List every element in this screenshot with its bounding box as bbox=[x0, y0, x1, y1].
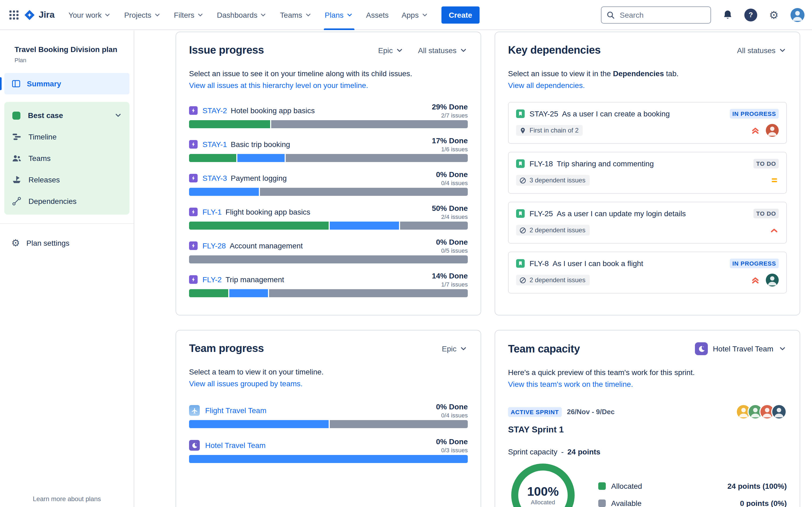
story-icon bbox=[516, 259, 525, 268]
team-name-link[interactable]: Flight Travel Team bbox=[205, 406, 266, 415]
sidebar-item-summary[interactable]: Summary bbox=[4, 73, 130, 95]
nav-item-apps[interactable]: Apps bbox=[395, 0, 435, 30]
notifications-button[interactable] bbox=[719, 6, 736, 23]
issue-summary: Flight booking app basics bbox=[225, 208, 310, 216]
issue-key[interactable]: STAY-25 bbox=[529, 109, 558, 118]
issue-row[interactable]: FLY-2 Trip management 14% Done 1/7 issue… bbox=[189, 271, 468, 297]
view-teams-link[interactable]: View all issues grouped by teams. bbox=[189, 378, 468, 389]
scenario-label: Best case bbox=[28, 111, 63, 120]
issue-row[interactable]: STAY-1 Basic trip booking 17% Done 1/6 i… bbox=[189, 136, 468, 162]
issue-row[interactable]: FLY-28 Account management 0% Done 0/5 is… bbox=[189, 237, 468, 264]
team-row[interactable]: Flight Travel Team 0% Done 0/4 issues bbox=[189, 402, 468, 428]
issue-progress-stats: 50% Done 2/4 issues bbox=[426, 204, 468, 220]
blocked-icon bbox=[519, 177, 526, 184]
progress-segment-done bbox=[189, 154, 236, 162]
nav-item-projects[interactable]: Projects bbox=[118, 0, 167, 30]
issue-key[interactable]: FLY-18 bbox=[529, 159, 553, 168]
issue-key-link[interactable]: STAY-1 bbox=[202, 140, 227, 149]
sidebar-item-plan-settings[interactable]: ⚙ Plan settings bbox=[4, 232, 130, 254]
dependency-card[interactable]: FLY-25 As a user I can update my login d… bbox=[508, 202, 787, 243]
nav-item-teams[interactable]: Teams bbox=[273, 0, 318, 30]
jira-logo[interactable]: Jira bbox=[23, 9, 54, 21]
description-text: tab. bbox=[664, 69, 679, 78]
epic-icon bbox=[189, 140, 198, 149]
view-all-dependencies-link[interactable]: View all dependencies. bbox=[508, 80, 787, 91]
assignee-avatar bbox=[766, 124, 779, 137]
nav-item-your-work[interactable]: Your work bbox=[62, 0, 118, 30]
view-team-work-link[interactable]: View this team's work on the timeline. bbox=[508, 379, 787, 390]
chevron-down-icon bbox=[154, 11, 161, 18]
story-icon bbox=[516, 109, 525, 118]
issue-key-link[interactable]: FLY-2 bbox=[202, 275, 222, 284]
issue-key[interactable]: FLY-8 bbox=[529, 259, 549, 268]
hierarchy-filter-dropdown[interactable]: Epic bbox=[378, 46, 404, 54]
dependencies-icon bbox=[11, 196, 22, 207]
issue-key-link[interactable]: STAY-2 bbox=[202, 106, 227, 115]
epic-icon bbox=[189, 208, 198, 216]
search-field[interactable] bbox=[601, 6, 711, 23]
issue-row[interactable]: STAY-3 Payment logging 0% Done 0/4 issue… bbox=[189, 170, 468, 196]
done-percentage: 29% Done bbox=[432, 102, 468, 111]
help-button[interactable]: ? bbox=[744, 8, 757, 21]
status-badge: IN PROGRESS bbox=[729, 259, 779, 268]
capacity-legend: Allocated 24 points (100%) Available 0 p… bbox=[598, 482, 787, 507]
capacity-chart-area: 100% Allocated Allocated 24 points (100%… bbox=[508, 463, 787, 507]
search-input[interactable] bbox=[619, 10, 706, 19]
issue-key[interactable]: FLY-25 bbox=[529, 209, 553, 218]
app-switcher-button[interactable] bbox=[5, 6, 22, 23]
avatar-silhouette-icon bbox=[772, 405, 786, 418]
issue-summary: Trip management bbox=[225, 275, 284, 284]
nav-item-dashboards[interactable]: Dashboards bbox=[210, 0, 273, 30]
sidebar-item-dependencies[interactable]: Dependencies bbox=[4, 190, 130, 212]
sidebar-item-teams[interactable]: Teams bbox=[4, 148, 130, 169]
dependency-card[interactable]: STAY-25 As a user I can create a booking… bbox=[508, 102, 787, 144]
nav-item-filters[interactable]: Filters bbox=[167, 0, 210, 30]
flight-team-icon bbox=[189, 405, 200, 416]
timeline-icon bbox=[11, 131, 22, 142]
donut-percentage: 100% bbox=[527, 485, 559, 498]
nav-item-assets[interactable]: Assets bbox=[360, 0, 395, 30]
issue-key-link[interactable]: FLY-28 bbox=[202, 241, 226, 250]
done-percentage: 17% Done bbox=[432, 136, 468, 145]
nav-item-plans[interactable]: Plans bbox=[318, 0, 360, 30]
progress-segment-todo bbox=[189, 256, 468, 264]
legend-value: 24 points (100%) bbox=[727, 482, 787, 490]
user-avatar[interactable] bbox=[791, 8, 805, 22]
story-icon bbox=[516, 159, 525, 168]
team-progress-stats: 0% Done 0/4 issues bbox=[431, 402, 468, 419]
dependency-card[interactable]: FLY-8 As I user I can book a flight IN P… bbox=[508, 251, 787, 293]
assignee-avatar bbox=[766, 274, 779, 286]
hierarchy-filter-dropdown[interactable]: Epic bbox=[442, 344, 468, 353]
create-button[interactable]: Create bbox=[441, 6, 479, 23]
issue-row[interactable]: FLY-1 Flight booking app basics 50% Done… bbox=[189, 203, 468, 230]
issue-count: 1/7 issues bbox=[432, 280, 468, 288]
view-all-issues-link[interactable]: View all issues at this hierarchy level … bbox=[189, 80, 468, 91]
card-title: Team capacity bbox=[508, 343, 580, 355]
status-filter-dropdown[interactable]: All statuses bbox=[737, 46, 787, 54]
nav-label: Dashboards bbox=[217, 10, 257, 19]
sprint-name: STAY Sprint 1 bbox=[508, 425, 787, 435]
sprint-dates: 26/Nov - 9/Dec bbox=[567, 408, 615, 416]
done-percentage: 0% Done bbox=[436, 170, 468, 179]
issue-key-link[interactable]: FLY-1 bbox=[202, 208, 222, 216]
team-progress-stats: 0% Done 0/3 issues bbox=[431, 437, 468, 454]
nav-label: Teams bbox=[280, 10, 302, 19]
sidebar-item-timeline[interactable]: Timeline bbox=[4, 126, 130, 148]
primary-nav: Your work Projects Filters Dashboards Te… bbox=[62, 0, 435, 30]
sidebar-item-releases[interactable]: Releases bbox=[4, 169, 130, 190]
team-row[interactable]: Hotel Travel Team 0% Done 0/3 issues bbox=[189, 437, 468, 463]
chevron-down-icon bbox=[104, 11, 111, 18]
learn-more-link[interactable]: Learn more about plans bbox=[0, 495, 134, 503]
issue-key-link[interactable]: STAY-3 bbox=[202, 174, 227, 182]
status-filter-dropdown[interactable]: All statuses bbox=[418, 46, 468, 54]
settings-button[interactable]: ⚙ bbox=[765, 6, 782, 23]
issue-row[interactable]: STAY-2 Hotel booking app basics 29% Done… bbox=[189, 102, 468, 128]
scenario-selector[interactable]: Best case bbox=[4, 105, 130, 126]
dropdown-value: Epic bbox=[378, 46, 393, 54]
team-name-link[interactable]: Hotel Travel Team bbox=[205, 441, 265, 450]
dependency-card[interactable]: FLY-18 Trip sharing and commenting TO DO… bbox=[508, 152, 787, 194]
progress-segment-todo bbox=[260, 188, 468, 196]
issue-progress-card: Issue progress Epic All statuses Select … bbox=[175, 32, 481, 316]
progress-bar bbox=[189, 188, 468, 196]
team-selector-dropdown[interactable]: Hotel Travel Team bbox=[695, 342, 787, 355]
